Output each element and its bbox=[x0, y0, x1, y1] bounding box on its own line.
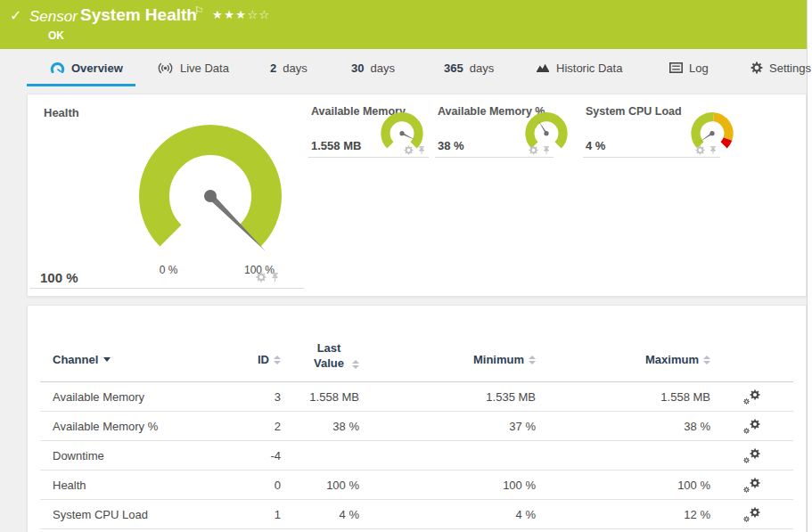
channel-id: 2 bbox=[231, 420, 281, 433]
table-row[interactable]: System CPU Load 1 4 % 4 % 12 % bbox=[40, 500, 793, 529]
area-chart-icon bbox=[536, 62, 550, 73]
panel-divider bbox=[435, 157, 554, 158]
tab-2-days[interactable]: 2 days bbox=[270, 49, 308, 86]
gauge-title: System CPU Load bbox=[586, 105, 682, 118]
log-list-icon bbox=[669, 62, 683, 73]
gauge-settings-gear-icon[interactable] bbox=[256, 272, 267, 282]
panel-divider bbox=[30, 288, 304, 289]
tab-30-days[interactable]: 30 days bbox=[351, 49, 395, 86]
channel-maximum: 12 % bbox=[536, 508, 710, 521]
tab-historic-data[interactable]: Historic Data bbox=[536, 49, 622, 86]
tab-label: Live Data bbox=[180, 61, 229, 75]
column-header-maximum[interactable]: Maximum bbox=[536, 353, 710, 366]
health-gauge-panel: Health 0 % 100 % 100 % bbox=[28, 94, 306, 298]
channel-name: Health bbox=[40, 479, 231, 492]
channel-id: 3 bbox=[231, 390, 281, 404]
channel-minimum: 4 % bbox=[359, 508, 536, 521]
tab-overview[interactable]: Overview bbox=[50, 49, 123, 86]
panel-divider bbox=[583, 157, 720, 158]
gauge-value: 100 % bbox=[40, 270, 78, 285]
tab-365-days[interactable]: 365 days bbox=[444, 49, 494, 86]
gauge-title: Health bbox=[44, 106, 79, 119]
gear-icon bbox=[750, 61, 763, 74]
channel-maximum: 100 % bbox=[536, 479, 710, 492]
column-header-last-value[interactable]: Last Value bbox=[281, 341, 359, 378]
flag-icon[interactable]: ⚐ bbox=[194, 4, 204, 17]
channel-name: System CPU Load bbox=[40, 508, 231, 521]
tab-label: Settings bbox=[769, 61, 811, 75]
panel-divider bbox=[308, 157, 429, 158]
sensor-title: System Health bbox=[80, 5, 197, 25]
channel-maximum: 38 % bbox=[536, 420, 710, 433]
tab-label: days bbox=[283, 61, 307, 75]
system-cpu-load-gauge-panel: System CPU Load 4 % bbox=[583, 94, 720, 166]
column-header-channel[interactable]: Channel bbox=[40, 353, 231, 366]
channel-id: -4 bbox=[231, 449, 281, 462]
channel-last-value: 1.558 MB bbox=[281, 390, 359, 404]
tab-log[interactable]: Log bbox=[669, 49, 709, 86]
tab-label: Log bbox=[689, 61, 709, 75]
tab-number: 365 bbox=[444, 61, 463, 75]
active-tab-underline bbox=[27, 84, 135, 86]
gauge-settings-gear-icon[interactable] bbox=[695, 145, 705, 155]
channel-minimum: 37 % bbox=[359, 420, 536, 433]
gauge-actions bbox=[404, 145, 425, 155]
pin-icon[interactable] bbox=[709, 145, 717, 155]
pin-icon[interactable] bbox=[418, 145, 425, 155]
pin-icon[interactable] bbox=[543, 145, 550, 155]
priority-stars[interactable]: ★★★☆☆ bbox=[212, 8, 271, 21]
available-memory-gauge-panel: Available Memory 1.558 MB bbox=[308, 94, 429, 166]
sort-desc-caret-icon bbox=[103, 357, 111, 362]
gauge-actions bbox=[529, 145, 550, 155]
channel-maximum: 1.558 MB bbox=[536, 390, 710, 404]
channels-table: Channel ID Last Value Minimum Maximum bbox=[40, 338, 793, 529]
sort-toggle-icon bbox=[529, 356, 536, 364]
tab-settings[interactable]: Settings bbox=[750, 49, 811, 86]
gauge-actions bbox=[256, 272, 279, 282]
gauge-actions bbox=[695, 145, 717, 155]
sensor-status-text: OK bbox=[48, 29, 64, 42]
sort-toggle-icon bbox=[274, 356, 281, 364]
gauge-value: 38 % bbox=[438, 139, 464, 152]
sensor-tab-bar: Overview Live Data 2 days 30 days 365 da… bbox=[0, 49, 807, 89]
channel-last-value: 38 % bbox=[281, 420, 359, 433]
tab-label: days bbox=[370, 61, 394, 75]
gauge-settings-gear-icon[interactable] bbox=[404, 145, 414, 155]
channel-id: 1 bbox=[231, 508, 281, 521]
tab-label: Overview bbox=[71, 61, 123, 75]
channel-settings-gears-icon[interactable] bbox=[743, 507, 760, 522]
gauges-card: Health 0 % 100 % 100 % Available Memory bbox=[27, 94, 807, 297]
gauge-scale-min: 0 % bbox=[142, 264, 195, 276]
table-row[interactable]: Available Memory % 2 38 % 37 % 38 % bbox=[40, 412, 793, 441]
channel-name: Downtime bbox=[40, 449, 231, 462]
gauge-icon bbox=[50, 61, 65, 74]
sensor-status-header: ✓ Sensor System Health ⚐ ★★★☆☆ OK bbox=[0, 0, 807, 49]
gauge-settings-gear-icon[interactable] bbox=[529, 145, 538, 155]
channel-minimum: 1.535 MB bbox=[359, 390, 536, 404]
sort-toggle-icon bbox=[352, 360, 359, 369]
prtg-sensor-page: ✓ Sensor System Health ⚐ ★★★☆☆ OK Overvi… bbox=[0, 0, 812, 532]
tab-number: 2 bbox=[270, 61, 276, 75]
channel-settings-gears-icon[interactable] bbox=[743, 389, 760, 405]
column-header-minimum[interactable]: Minimum bbox=[359, 353, 536, 366]
channel-minimum: 100 % bbox=[359, 479, 536, 492]
table-row[interactable]: Health 0 100 % 100 % 100 % bbox=[40, 471, 793, 500]
health-gauge bbox=[121, 103, 299, 282]
table-row[interactable]: Available Memory 3 1.558 MB 1.535 MB 1.5… bbox=[40, 382, 793, 412]
channel-settings-gears-icon[interactable] bbox=[743, 448, 760, 463]
sort-toggle-icon bbox=[703, 356, 710, 364]
channel-settings-gears-icon[interactable] bbox=[743, 419, 760, 434]
tab-label: Historic Data bbox=[556, 61, 622, 75]
channel-last-value: 100 % bbox=[281, 479, 359, 492]
tab-live-data[interactable]: Live Data bbox=[157, 49, 229, 86]
sensor-kind-label: Sensor bbox=[29, 8, 78, 26]
table-row[interactable]: Downtime -4 bbox=[40, 441, 793, 471]
status-ok-check-icon: ✓ bbox=[10, 7, 21, 24]
channel-settings-gears-icon[interactable] bbox=[743, 478, 760, 493]
pin-icon[interactable] bbox=[271, 272, 279, 282]
channels-table-card: Channel ID Last Value Minimum Maximum bbox=[27, 305, 807, 532]
tab-label: days bbox=[470, 61, 494, 75]
column-header-id[interactable]: ID bbox=[231, 353, 281, 366]
channel-id: 0 bbox=[231, 479, 281, 492]
channel-last-value: 4 % bbox=[281, 508, 359, 521]
